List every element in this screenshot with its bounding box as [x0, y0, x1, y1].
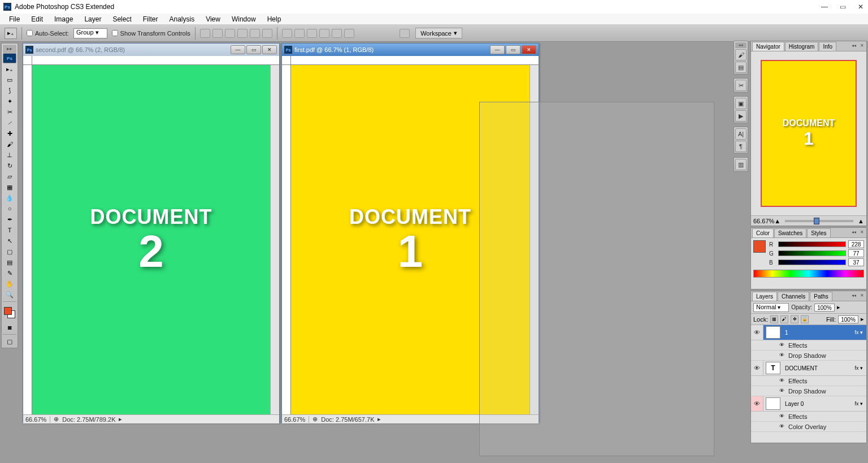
- distribute-right-icon[interactable]: [344, 29, 354, 38]
- panel-close-icon[interactable]: ✕: [858, 228, 865, 235]
- tab-navigator[interactable]: Navigator: [752, 42, 784, 51]
- layer-effect-dropshadow[interactable]: 👁Drop Shadow: [751, 351, 866, 361]
- layer-row[interactable]: 👁 T DOCUMENT fx ▾: [751, 361, 866, 376]
- align-bottom-icon[interactable]: [225, 29, 235, 38]
- doc-minimize-btn[interactable]: —: [490, 45, 505, 54]
- layer-thumb-text-icon[interactable]: T: [766, 326, 780, 339]
- dock-clone-src-icon[interactable]: ▤: [735, 62, 747, 73]
- blend-mode-dropdown[interactable]: Normal ▾: [753, 303, 789, 312]
- tab-swatches[interactable]: Swatches: [774, 228, 806, 237]
- layer-effect-coloroverlay[interactable]: 👁Color Overlay: [751, 422, 866, 432]
- screen-mode-icon[interactable]: ▢: [3, 336, 16, 347]
- dock-animation-icon[interactable]: ▥: [735, 159, 747, 170]
- document-window-first[interactable]: Ps first.pdf @ 66.7% (1, RGB/8) — ▭ ✕ DO…: [281, 43, 539, 423]
- fill-value[interactable]: 100%: [838, 315, 858, 323]
- g-value[interactable]: 77: [848, 249, 864, 257]
- visibility-icon[interactable]: 👁: [751, 396, 763, 411]
- move-tool-indicator-icon[interactable]: ▸₊: [5, 28, 17, 39]
- layer-effects-row[interactable]: 👁Effects: [751, 340, 866, 351]
- layer-row[interactable]: 👁 Layer 0 fx ▾: [751, 396, 866, 412]
- visibility-icon[interactable]: 👁: [751, 361, 763, 375]
- color-foreground-swatch[interactable]: [753, 240, 766, 253]
- ruler-vertical[interactable]: [282, 65, 291, 414]
- wand-tool-icon[interactable]: ✦: [3, 96, 16, 106]
- dock-layer-comps-icon[interactable]: ▣: [735, 98, 747, 109]
- dock-paragraph-icon[interactable]: ¶: [735, 141, 747, 152]
- doc-close-btn[interactable]: ✕: [522, 45, 536, 54]
- layer-row[interactable]: 👁 T 1 fx ▾: [751, 325, 866, 340]
- stamp-tool-icon[interactable]: ⊥: [3, 150, 16, 160]
- panel-collapse-icon[interactable]: ◂◂: [850, 228, 857, 235]
- panel-close-icon[interactable]: ✕: [858, 292, 865, 298]
- tab-styles[interactable]: Styles: [807, 228, 830, 237]
- layer-thumb-text-icon[interactable]: T: [766, 362, 780, 374]
- zoom-in-icon[interactable]: ▲: [858, 218, 864, 224]
- menu-file[interactable]: File: [3, 14, 25, 24]
- align-hcenter-icon[interactable]: [250, 29, 260, 38]
- layer-name[interactable]: DOCUMENT: [783, 365, 854, 371]
- visibility-icon[interactable]: 👁: [751, 325, 763, 340]
- history-brush-tool-icon[interactable]: ↻: [3, 161, 16, 171]
- layer-fx-icon[interactable]: fx ▾: [854, 365, 866, 371]
- panel-collapse-icon[interactable]: ◂◂: [850, 292, 857, 298]
- color-spectrum[interactable]: [753, 270, 864, 278]
- window-close-button[interactable]: ✕: [857, 3, 865, 11]
- layer-name[interactable]: Layer 0: [783, 401, 854, 407]
- tab-histogram[interactable]: Histogram: [785, 42, 819, 51]
- opacity-value[interactable]: 100%: [814, 304, 835, 311]
- dock-actions-icon[interactable]: ▶: [735, 110, 747, 122]
- document-window-second[interactable]: Ps second.pdf @ 66.7% (2, RGB/8) — ▭ ✕ D…: [23, 43, 280, 423]
- fill-flyout-icon[interactable]: ▸: [861, 315, 864, 323]
- menu-select[interactable]: Select: [107, 14, 137, 24]
- scroll-vertical[interactable]: [530, 65, 539, 414]
- zoom-value[interactable]: 66.67%: [25, 416, 50, 423]
- b-value[interactable]: 37: [848, 258, 864, 266]
- marquee-tool-icon[interactable]: ▭: [3, 75, 16, 85]
- menu-window[interactable]: Window: [226, 14, 262, 24]
- dock-brushes-icon[interactable]: 🖌: [735, 49, 747, 60]
- layer-fx-icon[interactable]: fx ▾: [854, 401, 866, 406]
- nav-zoom-value[interactable]: 66.67%: [753, 218, 774, 224]
- type-tool-icon[interactable]: T: [3, 225, 16, 235]
- r-value[interactable]: 228: [848, 240, 864, 248]
- menu-help[interactable]: Help: [262, 14, 287, 24]
- lock-position-icon[interactable]: ✥: [791, 315, 798, 323]
- doc-titlebar-second[interactable]: Ps second.pdf @ 66.7% (2, RGB/8) — ▭ ✕: [23, 44, 279, 56]
- pen-tool-icon[interactable]: ✒: [3, 214, 16, 224]
- align-top-icon[interactable]: [200, 29, 210, 38]
- distribute-vcenter-icon[interactable]: [294, 29, 305, 38]
- menu-layer[interactable]: Layer: [79, 14, 107, 24]
- tab-layers[interactable]: Layers: [752, 292, 777, 301]
- eraser-tool-icon[interactable]: ▱: [3, 171, 16, 181]
- dock-tool-presets-icon[interactable]: ✂: [735, 80, 747, 91]
- dodge-tool-icon[interactable]: ○: [3, 204, 16, 214]
- auto-select-checkbox[interactable]: Auto-Select:: [27, 30, 69, 37]
- zoom-out-icon[interactable]: ▲: [774, 218, 780, 224]
- canvas-second[interactable]: DOCUMENT 2: [32, 65, 270, 414]
- distribute-bottom-icon[interactable]: [307, 29, 317, 38]
- g-slider[interactable]: [778, 250, 846, 256]
- foreground-color-swatch[interactable]: [4, 307, 12, 315]
- ruler-horizontal[interactable]: [32, 56, 279, 65]
- panel-collapse-icon[interactable]: ◂◂: [850, 42, 857, 49]
- dock-character-icon[interactable]: A|: [735, 128, 747, 140]
- workspace-dropdown[interactable]: Workspace ▾: [415, 28, 462, 38]
- hand-tool-icon[interactable]: ✋: [3, 279, 16, 289]
- eyedropper-tool-icon[interactable]: ✎: [3, 268, 16, 278]
- zoom-tool-icon[interactable]: 🔍: [3, 289, 16, 300]
- canvas-first[interactable]: DOCUMENT 1: [291, 65, 530, 414]
- go-to-bridge-icon[interactable]: [400, 29, 410, 38]
- layer-name[interactable]: 1: [783, 330, 854, 336]
- ruler-vertical[interactable]: [23, 65, 32, 414]
- menu-image[interactable]: Image: [49, 14, 79, 24]
- r-slider[interactable]: [778, 241, 846, 247]
- menu-view[interactable]: View: [200, 14, 226, 24]
- tab-channels[interactable]: Channels: [778, 292, 809, 301]
- notes-tool-icon[interactable]: ▤: [3, 257, 16, 267]
- ps-icon[interactable]: Ps: [3, 53, 16, 63]
- tools-palette[interactable]: ▸▸ Ps ▸₊ ▭ ⟆ ✦ ✂ ⟋ ✚ 🖌 ⊥ ↻ ▱ ▦ 💧 ○ ✒ T ↖…: [1, 43, 18, 348]
- dock-grip[interactable]: ◂◂: [735, 42, 747, 48]
- crop-tool-icon[interactable]: ✂: [3, 107, 16, 117]
- align-right-icon[interactable]: [262, 29, 272, 38]
- move-tool-icon[interactable]: ▸₊: [3, 64, 16, 74]
